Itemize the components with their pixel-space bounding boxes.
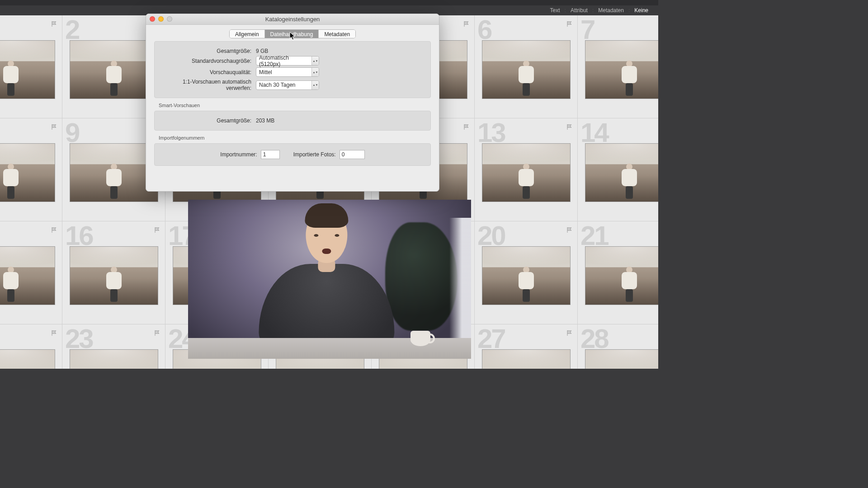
- panel-import-sequence: Importnummer: Importierte Fotos:: [154, 143, 431, 166]
- smart-total-value: 203 MB: [256, 117, 274, 124]
- grid-cell[interactable]: 21: [578, 221, 658, 324]
- discard-value: Nach 30 Tagen: [259, 82, 296, 88]
- thumbnail[interactable]: [70, 349, 158, 369]
- thumbnail[interactable]: [585, 40, 658, 99]
- grid-cell[interactable]: 27: [475, 324, 578, 369]
- grid-cell[interactable]: 20: [475, 221, 578, 324]
- cell-index: 28: [580, 325, 608, 352]
- flag-icon[interactable]: [566, 227, 573, 233]
- thumbnail[interactable]: [482, 349, 571, 369]
- tab-dateihandhabung[interactable]: Dateihandhabung: [265, 30, 319, 38]
- flag-icon[interactable]: [154, 330, 160, 336]
- thumbnail[interactable]: [585, 349, 658, 369]
- flag-icon[interactable]: [463, 21, 470, 27]
- grid-cell[interactable]: 16: [62, 221, 165, 324]
- thumbnail[interactable]: [0, 40, 55, 99]
- imported-photos-label: Importierte Fotos:: [293, 151, 340, 158]
- grid-cell[interactable]: 15: [0, 221, 62, 324]
- thumbnail[interactable]: [482, 246, 571, 305]
- filter-metadaten[interactable]: Metadaten: [594, 7, 628, 14]
- grid-cell[interactable]: 28: [578, 324, 658, 369]
- discard-label: 1:1-Vorschauen automatisch verwerfen:: [161, 79, 256, 91]
- flag-icon[interactable]: [154, 227, 160, 233]
- cell-index: 27: [477, 325, 505, 352]
- cell-index: 23: [65, 325, 93, 352]
- filter-keine[interactable]: Keine: [630, 7, 653, 14]
- thumbnail[interactable]: [0, 349, 55, 369]
- panel-smart-previews: Gesamtgröße: 203 MB: [154, 111, 431, 131]
- std-size-value: Automatisch (5120px): [259, 55, 311, 67]
- tab-allgemein[interactable]: Allgemein: [230, 30, 265, 38]
- cell-index: 13: [477, 119, 505, 146]
- tab-metadaten[interactable]: Metadaten: [319, 30, 355, 38]
- flag-icon[interactable]: [566, 21, 573, 27]
- total-size-value: 9 GB: [256, 48, 268, 54]
- filter-text[interactable]: Text: [546, 7, 565, 14]
- grid-cell[interactable]: 14: [578, 118, 658, 221]
- dialog-title: Katalogeinstellungen: [265, 16, 320, 23]
- thumbnail[interactable]: [0, 143, 55, 202]
- filter-attribut[interactable]: Attribut: [566, 7, 592, 14]
- cell-index: 21: [580, 222, 608, 249]
- std-size-label: Standardvorschaugröße:: [161, 58, 256, 64]
- flag-icon[interactable]: [463, 124, 470, 130]
- cell-index: 7: [580, 16, 594, 43]
- thumbnail[interactable]: [585, 246, 658, 305]
- window-close-button[interactable]: [150, 16, 155, 22]
- chevron-up-down-icon: ▲▼: [311, 68, 319, 76]
- app-top-strip: [0, 0, 658, 5]
- thumbnail[interactable]: [482, 143, 571, 202]
- flag-icon[interactable]: [566, 124, 573, 130]
- thumbnail[interactable]: [0, 246, 55, 305]
- import-section-label: Importfolgenummern: [159, 135, 431, 141]
- flag-icon[interactable]: [51, 330, 57, 336]
- total-size-label: Gesamtgröße:: [161, 48, 256, 54]
- discard-select[interactable]: Nach 30 Tagen ▲▼: [256, 80, 319, 90]
- grid-cell[interactable]: 22: [0, 324, 62, 369]
- thumbnail[interactable]: [585, 143, 658, 202]
- quality-label: Vorschauqualität:: [161, 69, 256, 75]
- grid-cell[interactable]: 13: [475, 118, 578, 221]
- thumbnail[interactable]: [70, 40, 158, 99]
- cell-index: 6: [477, 16, 491, 43]
- webcam-overlay: [188, 200, 471, 359]
- grid-cell[interactable]: 23: [62, 324, 165, 369]
- window-minimize-button[interactable]: [158, 16, 164, 22]
- grid-cell[interactable]: 7: [578, 15, 658, 118]
- panel-previews: Gesamtgröße: 9 GB Standardvorschaugröße:…: [154, 41, 431, 98]
- cell-index: 9: [65, 119, 79, 146]
- dialog-titlebar[interactable]: Katalogeinstellungen: [146, 14, 439, 25]
- dialog-tabs: Allgemein Dateihandhabung Metadaten: [154, 29, 431, 38]
- cell-index: 20: [477, 222, 505, 249]
- thumbnail[interactable]: [70, 143, 158, 202]
- cell-index: 16: [65, 222, 93, 249]
- import-number-input[interactable]: [261, 150, 280, 159]
- quality-select[interactable]: Mittel ▲▼: [256, 67, 319, 77]
- quality-value: Mittel: [259, 69, 272, 75]
- import-number-label: Importnummer:: [220, 151, 260, 158]
- flag-icon[interactable]: [566, 330, 573, 336]
- thumbnail[interactable]: [482, 40, 571, 99]
- cell-index: 2: [65, 16, 79, 43]
- window-zoom-button: [167, 16, 172, 22]
- grid-cell[interactable]: 6: [475, 15, 578, 118]
- flag-icon[interactable]: [51, 21, 57, 27]
- window-controls: [150, 16, 172, 22]
- catalog-settings-dialog: Katalogeinstellungen Allgemein Dateihand…: [146, 14, 439, 192]
- chevron-up-down-icon: ▲▼: [311, 81, 319, 89]
- grid-cell[interactable]: 8: [0, 118, 62, 221]
- grid-cell[interactable]: 1: [0, 15, 62, 118]
- flag-icon[interactable]: [51, 227, 57, 233]
- chevron-up-down-icon: ▲▼: [311, 56, 319, 65]
- smart-section-label: Smart-Vorschauen: [159, 103, 431, 108]
- cell-index: 14: [580, 119, 608, 146]
- smart-total-label: Gesamtgröße:: [161, 117, 256, 124]
- imported-photos-input[interactable]: [340, 150, 365, 159]
- thumbnail[interactable]: [70, 246, 158, 305]
- std-size-select[interactable]: Automatisch (5120px) ▲▼: [256, 56, 319, 66]
- flag-icon[interactable]: [51, 124, 57, 130]
